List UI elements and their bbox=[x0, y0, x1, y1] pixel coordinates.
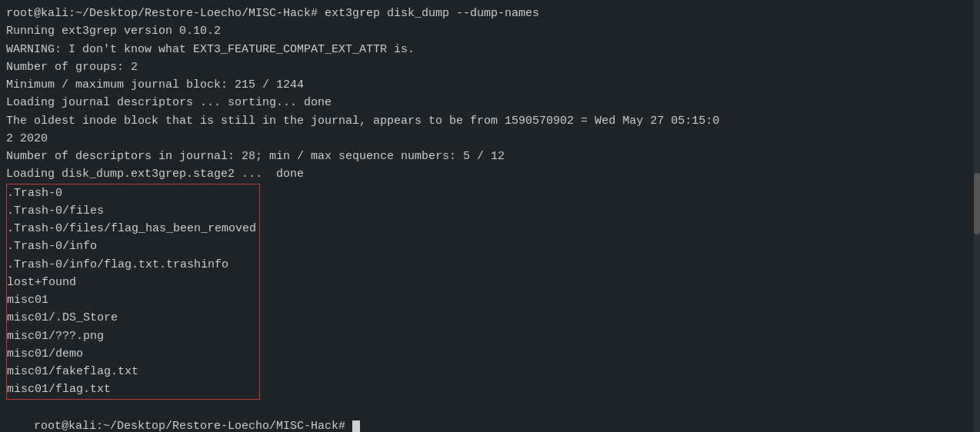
file-list-item: .Trash-0/files bbox=[7, 202, 256, 220]
cursor bbox=[352, 420, 360, 432]
file-list-item: misc01 bbox=[7, 291, 256, 309]
line-1: root@kali:~/Desktop/Restore-Loecho/MISC-… bbox=[6, 5, 974, 22]
line-4: Number of groups: 2 bbox=[6, 58, 974, 76]
line-8: 2 2020 bbox=[6, 130, 974, 148]
file-list: .Trash-0.Trash-0/files.Trash-0/files/fla… bbox=[7, 184, 256, 399]
file-list-item: misc01/fakeflag.txt bbox=[7, 363, 256, 380]
file-list-item: misc01/flag.txt bbox=[7, 380, 256, 398]
file-list-bordered: .Trash-0.Trash-0/files.Trash-0/files/fla… bbox=[6, 184, 260, 400]
prompt-text: root@kali:~/Desktop/Restore-Loecho/MISC-… bbox=[34, 420, 352, 432]
line-5: Minimum / maximum journal block: 215 / 1… bbox=[6, 76, 974, 94]
line-7: The oldest inode block that is still in … bbox=[6, 112, 974, 130]
line-10: Loading disk_dump.ext3grep.stage2 ... do… bbox=[6, 165, 974, 183]
scrollbar-thumb[interactable] bbox=[974, 173, 980, 234]
line-9: Number of descriptors in journal: 28; mi… bbox=[6, 148, 974, 165]
line-3: WARNING: I don't know what EXT3_FEATURE_… bbox=[6, 41, 974, 58]
file-list-item: misc01/demo bbox=[7, 345, 256, 363]
final-prompt[interactable]: root@kali:~/Desktop/Restore-Loecho/MISC-… bbox=[6, 400, 974, 433]
scrollbar[interactable] bbox=[974, 0, 980, 432]
file-list-item: lost+found bbox=[7, 274, 256, 291]
file-list-item: .Trash-0/info bbox=[7, 238, 256, 255]
line-6: Loading journal descriptors ... sorting.… bbox=[6, 94, 974, 111]
file-list-item: misc01/???.png bbox=[7, 327, 256, 345]
file-list-item: .Trash-0/info/flag.txt.trashinfo bbox=[7, 256, 256, 274]
line-2: Running ext3grep version 0.10.2 bbox=[6, 22, 974, 40]
terminal: root@kali:~/Desktop/Restore-Loecho/MISC-… bbox=[0, 0, 980, 432]
file-list-item: .Trash-0/files/flag_has_been_removed bbox=[7, 220, 256, 238]
file-list-item: .Trash-0 bbox=[7, 184, 256, 202]
terminal-output: root@kali:~/Desktop/Restore-Loecho/MISC-… bbox=[6, 5, 974, 184]
file-list-item: misc01/.DS_Store bbox=[7, 309, 256, 327]
